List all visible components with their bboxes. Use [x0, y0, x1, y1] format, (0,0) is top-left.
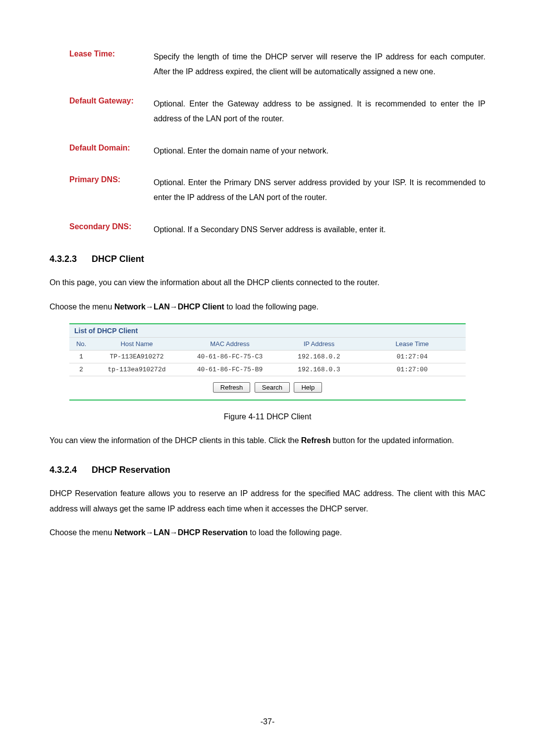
cell-host: TP-113EA910272: [93, 350, 180, 363]
menu-path: Network→LAN→DHCP Client: [114, 302, 224, 311]
menu-suffix: to load the following page.: [248, 528, 342, 537]
desc-secondary-dns: Optional. If a Secondary DNS Server addr…: [154, 222, 485, 237]
page-number: -37-: [0, 717, 535, 726]
desc-lease-time: Specify the length of time the DHCP serv…: [154, 50, 485, 80]
figure-caption: Figure 4-11 DHCP Client: [50, 412, 485, 421]
term-secondary-dns: Secondary DNS:: [50, 222, 154, 237]
refresh-button[interactable]: Refresh: [213, 382, 251, 393]
cell-host: tp-113ea910272d: [93, 363, 180, 376]
table-row: 2 tp-113ea910272d 40-61-86-FC-75-B9 192.…: [69, 363, 466, 376]
col-lease: Lease Time: [359, 338, 466, 351]
menu-prefix: Choose the menu: [50, 302, 114, 311]
heading-title: DHCP Client: [92, 254, 144, 264]
cell-mac: 40-61-86-FC-75-B9: [180, 363, 279, 376]
col-host: Host Name: [93, 338, 180, 351]
dhcp-reservation-menu: Choose the menu Network→LAN→DHCP Reserva…: [50, 525, 485, 540]
table-title: List of DHCP Client: [69, 324, 466, 338]
heading-num: 4.3.2.4: [50, 465, 77, 475]
term-primary-dns: Primary DNS:: [50, 175, 154, 205]
desc-default-domain: Optional. Enter the domain name of your …: [154, 144, 485, 158]
heading-num: 4.3.2.3: [50, 254, 77, 264]
desc-default-gateway: Optional. Enter the Gateway address to b…: [154, 97, 485, 127]
help-button[interactable]: Help: [294, 382, 322, 393]
table-row: 1 TP-113EA910272 40-61-86-FC-75-C3 192.1…: [69, 350, 466, 363]
term-default-gateway: Default Gateway:: [50, 97, 154, 127]
cell-ip: 192.168.0.3: [279, 363, 359, 376]
cell-no: 1: [69, 350, 93, 363]
outro-bold: Refresh: [301, 436, 331, 445]
term-lease-time: Lease Time:: [50, 50, 154, 80]
col-ip: IP Address: [279, 338, 359, 351]
search-button[interactable]: Search: [255, 382, 290, 393]
menu-prefix: Choose the menu: [50, 528, 114, 537]
menu-suffix: to load the following page.: [224, 302, 319, 311]
col-mac: MAC Address: [180, 338, 279, 351]
outro-text-1: You can view the information of the DHCP…: [50, 436, 301, 445]
heading-title: DHCP Reservation: [92, 465, 170, 475]
button-row: Refresh Search Help: [69, 376, 466, 393]
dhcp-client-table: List of DHCP Client No. Host Name MAC Ad…: [69, 323, 466, 401]
desc-primary-dns: Optional. Enter the Primary DNS server a…: [154, 175, 485, 205]
term-default-domain: Default Domain:: [50, 144, 154, 158]
dhcp-client-outro: You can view the information of the DHCP…: [50, 433, 485, 448]
menu-path: Network→LAN→DHCP Reservation: [114, 528, 248, 537]
cell-no: 2: [69, 363, 93, 376]
dhcp-client-menu: Choose the menu Network→LAN→DHCP Client …: [50, 300, 485, 314]
cell-ip: 192.168.0.2: [279, 350, 359, 363]
cell-lease: 01:27:00: [359, 363, 466, 376]
col-no: No.: [69, 338, 93, 351]
dhcp-reservation-para: DHCP Reservation feature allows you to r…: [50, 486, 485, 516]
heading-dhcp-client: 4.3.2.3DHCP Client: [50, 254, 485, 264]
cell-lease: 01:27:04: [359, 350, 466, 363]
heading-dhcp-reservation: 4.3.2.4DHCP Reservation: [50, 465, 485, 475]
dhcp-client-intro: On this page, you can view the informati…: [50, 275, 485, 290]
outro-text-2: button for the updated information.: [330, 436, 454, 445]
cell-mac: 40-61-86-FC-75-C3: [180, 350, 279, 363]
